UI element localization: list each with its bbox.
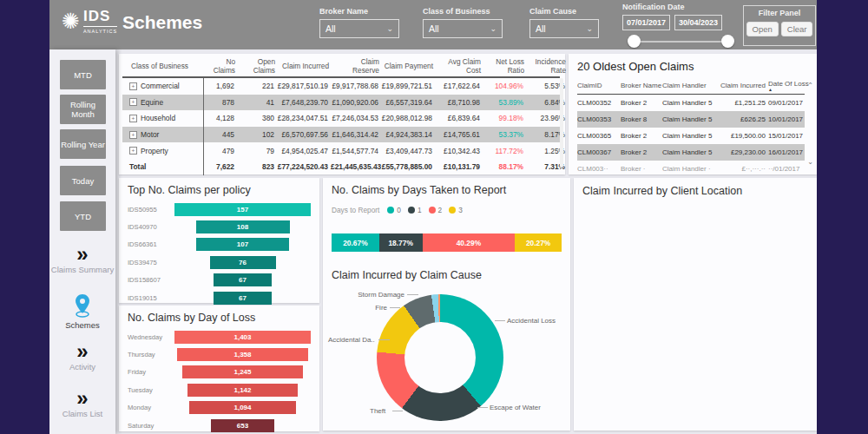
slider-track bbox=[629, 41, 733, 43]
oldest-claims-body: CLM00352Broker 2Claim Handler 5£1,251.25… bbox=[569, 95, 817, 174]
funnel-bar[interactable]: 107 bbox=[196, 238, 289, 251]
dashboard: ✺ IDS ANALYTICS Schemes Broker Name All … bbox=[0, 0, 868, 434]
funnel-bar[interactable]: 1,403 bbox=[174, 331, 311, 344]
expand-plus-icon[interactable]: + bbox=[129, 131, 137, 139]
funnel-bar[interactable]: 1,245 bbox=[182, 365, 303, 378]
category-label: IDS39475 bbox=[128, 259, 174, 266]
chart-title: No. Claims by Days Taken to Report bbox=[332, 184, 562, 196]
logo-brand-sub: ANALYTICS bbox=[83, 29, 117, 34]
class-of-business-filter: Class of Business All ⌄ bbox=[423, 7, 503, 38]
class-of-business-select[interactable]: All ⌄ bbox=[423, 19, 503, 38]
legend-item[interactable]: 1 bbox=[408, 206, 422, 214]
claim-cause-select[interactable]: All ⌄ bbox=[529, 19, 599, 38]
scroll-up-icon[interactable]: ⌃ bbox=[807, 82, 813, 89]
list-item[interactable]: CLM00367Broker 2Claim Handler 5£29,230.0… bbox=[577, 144, 805, 161]
donut-label-fire: Fire bbox=[363, 304, 387, 312]
time-button-rolling-month[interactable]: Rolling Month bbox=[60, 95, 106, 124]
table-row[interactable]: +Motor445102£6,570,697.56£1,646,314.42£4… bbox=[122, 127, 560, 143]
table-scrollbar[interactable] bbox=[560, 78, 563, 168]
donut-ring[interactable] bbox=[377, 294, 503, 421]
notification-date-slider[interactable] bbox=[622, 35, 740, 49]
category-label: IDS66361 bbox=[128, 240, 174, 248]
funnel-bar[interactable]: 1,142 bbox=[187, 384, 299, 397]
category-label: Monday bbox=[128, 404, 174, 411]
funnel-bar[interactable]: 1,358 bbox=[177, 348, 309, 361]
col-claim-incurred[interactable]: Claim Incurred bbox=[718, 82, 768, 89]
table-row[interactable]: Total7,622823£77,224,520.43£21,445,635.4… bbox=[122, 159, 560, 175]
category-label: Thursday bbox=[128, 351, 174, 358]
scroll-down-icon[interactable]: ⌄ bbox=[807, 158, 813, 166]
funnel-bar[interactable]: 157 bbox=[174, 203, 311, 216]
slider-handle-start[interactable] bbox=[628, 35, 641, 48]
map-pin-icon bbox=[71, 293, 94, 319]
funnel-bar[interactable]: 108 bbox=[196, 220, 290, 233]
expand-plus-icon[interactable]: + bbox=[129, 98, 137, 106]
funnel-bar[interactable]: 1,094 bbox=[189, 401, 295, 414]
expand-plus-icon[interactable]: + bbox=[129, 82, 137, 90]
stacked-bar-segment[interactable]: 20.67% bbox=[332, 233, 379, 252]
stacked-bar-segment[interactable]: 18.77% bbox=[379, 233, 423, 252]
sidebar-item-activity[interactable]: » Activity bbox=[49, 343, 115, 372]
sort-ascending-icon: ▲ bbox=[768, 88, 813, 91]
class-table-body: +Commercial1,692221£29,817,510.19£9,917,… bbox=[122, 78, 560, 175]
header-bar: ✺ IDS ANALYTICS Schemes Broker Name All … bbox=[49, 0, 817, 49]
legend-item[interactable]: 0 bbox=[387, 206, 401, 214]
stacked-bar-segment[interactable]: 20.27% bbox=[515, 233, 562, 252]
col-incidence-rate[interactable]: Incidence Rate bbox=[526, 57, 568, 75]
broker-name-select[interactable]: All ⌄ bbox=[319, 19, 399, 38]
legend-item[interactable]: 3 bbox=[449, 206, 463, 214]
oldest-claims-header: ClaimID Broker Name Claim Handler Claim … bbox=[577, 76, 805, 95]
funnel-bar[interactable]: 67 bbox=[214, 273, 272, 286]
col-no-claims[interactable]: No Claims bbox=[204, 57, 237, 75]
col-claim-incurred[interactable]: Claim Incurred bbox=[277, 62, 331, 70]
sidebar-item-schemes[interactable]: Schemes bbox=[49, 293, 115, 330]
claim-cause-filter: Claim Cause All ⌄ bbox=[529, 7, 599, 38]
claim-cause-label: Claim Cause bbox=[529, 7, 599, 16]
col-class-of-business[interactable]: Class of Business bbox=[129, 62, 204, 70]
table-row[interactable]: +Commercial1,692221£29,817,510.19£9,917,… bbox=[122, 78, 560, 95]
category-label: IDS50955 bbox=[128, 206, 174, 214]
col-date-of-loss[interactable]: Date Of Loss ▲ bbox=[768, 80, 813, 91]
funnel-bar[interactable]: 653 bbox=[211, 419, 274, 432]
filter-panel-open-button[interactable]: Open bbox=[746, 22, 779, 36]
funnel-bar[interactable]: 76 bbox=[210, 256, 276, 269]
list-item[interactable]: CLM003··Broker ·Claim Handler ·£··,···.·… bbox=[577, 161, 805, 174]
col-claim-payment[interactable]: Claim Payment bbox=[381, 62, 435, 70]
starburst-logo-icon: ✺ bbox=[62, 10, 80, 32]
col-claim-id[interactable]: ClaimID bbox=[577, 82, 621, 89]
table-row[interactable]: +Household4,128380£28,234,047.51£7,246,0… bbox=[122, 110, 560, 127]
col-avg-claim-cost[interactable]: Avg Claim Cost bbox=[435, 57, 483, 75]
filter-panel-clear-button[interactable]: Clear bbox=[781, 22, 813, 36]
legend-item[interactable]: 2 bbox=[429, 206, 443, 214]
col-net-loss-ratio[interactable]: Net Loss Ratio bbox=[483, 57, 526, 75]
col-claim-handler[interactable]: Claim Handler bbox=[662, 82, 718, 89]
table-row[interactable]: +Property47979£4,954,025.47£1,544,577.74… bbox=[122, 142, 560, 159]
time-button-ytd[interactable]: YTD bbox=[60, 201, 106, 231]
legend-dot-icon bbox=[408, 207, 415, 214]
time-button-today[interactable]: Today bbox=[60, 166, 106, 195]
stacked-bar-segment[interactable]: 40.29% bbox=[423, 233, 516, 252]
time-button-mtd[interactable]: MTD bbox=[60, 60, 106, 89]
col-claim-reserve[interactable]: Claim Reserve bbox=[331, 57, 381, 75]
col-broker-name[interactable]: Broker Name bbox=[621, 82, 662, 89]
table-row[interactable]: +Equine87841£7,648,239.70£1,090,920.06£6… bbox=[122, 95, 560, 111]
claims-per-policy-chart: Top No. Claims per policy IDS50955157IDS… bbox=[119, 178, 319, 303]
days-taken-stacked-bar: 20.67%18.77%40.29%20.27% bbox=[332, 233, 562, 252]
expand-plus-icon[interactable]: + bbox=[129, 115, 137, 122]
donut-label-escape-of-water: Escape of Water bbox=[490, 404, 541, 411]
notification-date-start[interactable]: 07/01/2017 bbox=[622, 15, 670, 30]
list-item[interactable]: CLM00365Broker 2Claim Handler 5£19,500.0… bbox=[577, 128, 805, 144]
slider-handle-end[interactable] bbox=[721, 35, 734, 48]
ids-logo: ✺ IDS ANALYTICS bbox=[62, 8, 117, 34]
category-label: Tuesday bbox=[128, 386, 174, 394]
list-item[interactable]: CLM00353Broker 8Claim Handler 5£626.2510… bbox=[577, 111, 805, 128]
list-item[interactable]: CLM00352Broker 2Claim Handler 5£1,251.25… bbox=[577, 95, 805, 111]
sidebar-item-claims-list[interactable]: » Claims List bbox=[49, 390, 115, 418]
expand-plus-icon[interactable]: + bbox=[129, 147, 137, 155]
sidebar-item-claims-summary[interactable]: » Claims Summary bbox=[49, 246, 115, 274]
time-button-rolling-year[interactable]: Rolling Year bbox=[60, 129, 106, 159]
filter-panel: Filter Panel Open Clear bbox=[743, 5, 816, 46]
notification-date-end[interactable]: 30/04/2023 bbox=[674, 15, 722, 30]
col-open-claims[interactable]: Open Claims bbox=[237, 57, 277, 75]
funnel-bar[interactable]: 67 bbox=[214, 292, 272, 305]
